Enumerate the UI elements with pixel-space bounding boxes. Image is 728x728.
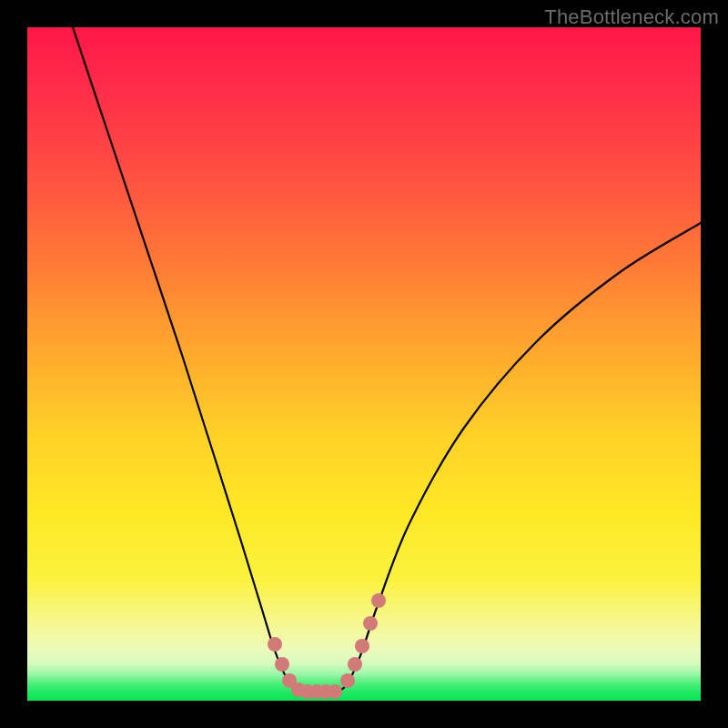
bottleneck-curve xyxy=(73,27,701,693)
bottleneck-plot xyxy=(27,27,701,701)
watermark-text: TheBottleneck.com xyxy=(544,5,719,29)
right-dip-marker xyxy=(371,593,386,608)
highlight-markers xyxy=(268,593,386,699)
right-dip-marker xyxy=(355,639,369,653)
right-dip-marker xyxy=(340,673,355,688)
left-dip-marker xyxy=(268,637,282,652)
right-dip-marker xyxy=(348,657,362,672)
left-dip-marker xyxy=(328,684,342,699)
right-dip-marker xyxy=(363,616,378,631)
left-dip-marker xyxy=(275,657,289,672)
chart-area xyxy=(27,27,701,701)
